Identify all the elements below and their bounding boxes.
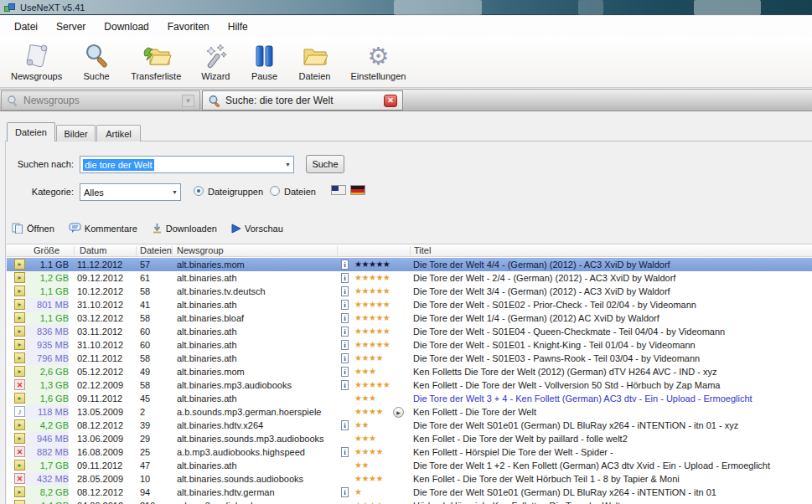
- title-cell: Die Tore der Welt 3/4 - (German) (2012) …: [413, 285, 810, 298]
- table-row[interactable]: ▸1,1 GB03.12.201258alt.binaries.bloafi★★…: [7, 311, 812, 325]
- table-row[interactable]: ▸2,6 GB05.12.201249alt.binaries.momi★★★K…: [7, 365, 812, 378]
- info-icon[interactable]: i: [341, 286, 349, 296]
- title-cell: Die Tore der Welt S01e01 (German) DL Blu…: [413, 419, 810, 432]
- toolbar-dateien-button[interactable]: Dateien: [292, 40, 336, 82]
- content-tab-artikel[interactable]: Artikel: [96, 125, 141, 141]
- table-row[interactable]: ✕432 MB28.05.200910alt.binaries.sounds.a…: [7, 472, 812, 486]
- table-row[interactable]: ▸946 MB13.06.200929alt.binaries.sounds.m…: [7, 432, 812, 445]
- title-cell: Ken Follett - Die Tore der Welt - Vollve…: [413, 378, 810, 392]
- title-cell: Die Tore der Welt 1/4 - (German) (2012) …: [413, 311, 810, 325]
- table-row[interactable]: ▸1,2 GB09.12.201261alt.binaries.athi★★★★…: [7, 271, 812, 285]
- toolbar-einstellungen-button[interactable]: ⚙ Einstellungen: [344, 40, 411, 82]
- info-icon[interactable]: i: [341, 260, 349, 270]
- table-row[interactable]: ▸836 MB03.11.201260alt.binaries.athi★★★★…: [7, 325, 812, 338]
- preview-button[interactable]: Vorschau: [231, 224, 283, 234]
- info-icon[interactable]: i: [341, 367, 349, 377]
- chevron-down-icon[interactable]: ▼: [285, 162, 291, 167]
- table-row[interactable]: ▸8,2 GB08.12.201294alt.binaries.hdtv.ger…: [7, 486, 812, 499]
- content-tab-bilder[interactable]: Bilder: [56, 125, 96, 141]
- column-header-datum[interactable]: Datum: [80, 245, 106, 255]
- info-icon[interactable]: i: [341, 353, 349, 363]
- radio-dateien[interactable]: [270, 186, 280, 196]
- size-cell: 4,2 GB: [25, 419, 69, 432]
- glass-reflection: [578, 0, 603, 15]
- filegroup-icon: ▸: [14, 299, 25, 310]
- menu-server[interactable]: Server: [47, 18, 95, 36]
- files-cell: 58: [140, 285, 173, 298]
- info-icon[interactable]: i: [341, 487, 349, 497]
- files-cell: 45: [140, 392, 173, 405]
- info-icon[interactable]: i: [341, 300, 349, 310]
- newsgroup-cell: alt.binaries.hdtv.x264: [177, 419, 338, 432]
- column-header-titel[interactable]: Titel: [414, 245, 431, 255]
- info-icon[interactable]: i: [341, 313, 349, 323]
- info-icon[interactable]: i: [341, 447, 349, 457]
- table-row[interactable]: ✕882 MB16.08.200925a.b.mp3.audiobooks.hi…: [7, 445, 812, 459]
- open-button[interactable]: Öffnen: [12, 223, 54, 234]
- rating-stars: ★★★★★: [354, 298, 398, 311]
- column-header-newsgroup[interactable]: Newsgroup: [177, 245, 224, 255]
- us-flag-icon[interactable]: [331, 185, 346, 195]
- filegroup-icon: ▸: [14, 326, 25, 337]
- content-tab-dateien[interactable]: Dateien: [7, 122, 55, 141]
- close-icon[interactable]: ✕: [384, 95, 397, 107]
- table-row[interactable]: ▸801 MB31.10.201241alt.binaries.athi★★★★…: [7, 298, 812, 311]
- toolbar-pause-button[interactable]: Pause: [244, 40, 284, 82]
- table-row[interactable]: ▸4,4 GB04.09.2012219a.b.mp3.audiobooks★★…: [7, 499, 812, 504]
- menu-datei[interactable]: Datei: [5, 18, 47, 36]
- info-icon[interactable]: i: [341, 420, 349, 430]
- filegroup-icon: ▸: [14, 460, 25, 471]
- tab-suche[interactable]: Suche: die tore der Welt ✕: [202, 90, 403, 111]
- category-select[interactable]: Alles ▼: [80, 183, 181, 201]
- toolbar-transferliste-button[interactable]: Transferliste: [125, 40, 187, 82]
- menu-download[interactable]: Download: [95, 18, 158, 36]
- toolbar-wizard-button[interactable]: Wizard: [195, 40, 235, 82]
- table-row[interactable]: ▸1,1 GB10.12.201258alt.binaries.tv.deuts…: [7, 285, 812, 298]
- table-row[interactable]: ▸796 MB02.11.201258alt.binaries.athi★★★★…: [7, 352, 812, 365]
- table-row[interactable]: ♪118 MB13.05.20092a.b.sounds.mp3.german.…: [7, 405, 812, 419]
- panel-border: [5, 141, 6, 504]
- filegroup-icon: ▸: [14, 433, 25, 444]
- toolbar-label: Transferliste: [131, 71, 181, 81]
- info-icon[interactable]: i: [341, 380, 349, 390]
- table-row[interactable]: ▸935 MB31.10.201260alt.binaries.athi★★★★…: [7, 338, 812, 352]
- radio-dateigruppen[interactable]: [194, 186, 204, 196]
- column-header-groesse[interactable]: Größe: [34, 245, 59, 255]
- chevron-down-icon[interactable]: ▼: [172, 189, 178, 195]
- size-cell: 1,3 GB: [25, 378, 69, 392]
- play-icon[interactable]: ▶: [393, 407, 404, 418]
- menu-bar: Datei Server Download Favoriten Hilfe: [0, 16, 812, 38]
- toolbar-newsgroups-button[interactable]: Newsgroups: [5, 40, 68, 82]
- category-select-value: Alles: [84, 188, 104, 198]
- table-row[interactable]: ✕1,3 GB02.12.200958alt.binaries.mp3.audi…: [7, 378, 812, 392]
- download-icon: [152, 223, 163, 234]
- table-row[interactable]: ▸1,6 GB09.11.201245alt.binaries.ath★★★Di…: [7, 392, 812, 405]
- size-cell: 432 MB: [25, 472, 69, 486]
- window-title: UseNeXT v5.41: [20, 3, 85, 13]
- german-flag-icon[interactable]: [350, 185, 365, 195]
- download-button[interactable]: Downloaden: [152, 223, 217, 234]
- menu-favoriten[interactable]: Favoriten: [158, 18, 219, 36]
- date-cell: 28.05.2009: [77, 472, 137, 486]
- comments-button[interactable]: Kommentare: [69, 223, 137, 234]
- filegroup-icon: ▸: [14, 352, 25, 363]
- chevron-down-icon[interactable]: ▼: [182, 95, 194, 107]
- info-icon[interactable]: i: [341, 273, 349, 283]
- tab-newsgroups[interactable]: Newsgroups ▼: [1, 90, 200, 111]
- search-input[interactable]: die tore der Welt ▼: [80, 156, 294, 173]
- magnifier-icon: [82, 41, 111, 71]
- title-cell: Die Tore der Welt - S01E03 - Pawns-Rook …: [413, 352, 810, 365]
- title-cell: Hörbuch Hörspiel - Ken Folletts - Die To…: [413, 499, 810, 504]
- search-button[interactable]: Suche: [306, 155, 344, 173]
- menu-hilfe[interactable]: Hilfe: [219, 18, 257, 36]
- info-icon[interactable]: i: [341, 327, 349, 337]
- toolbar-suche-button[interactable]: Suche: [76, 40, 116, 82]
- table-row[interactable]: ▸4,2 GB08.12.201239alt.binaries.hdtv.x26…: [7, 419, 812, 432]
- rating-stars: ★★★★★: [354, 325, 398, 338]
- deleted-icon: ✕: [14, 473, 25, 484]
- table-row[interactable]: ▸1.1 GB11.12.201257alt.binaries.momi★★★★…: [7, 258, 812, 271]
- newsgroup-cell: alt.binaries.ath: [177, 338, 338, 352]
- table-row[interactable]: ▸1,7 GB09.11.201247alt.binaries.ath★★Die…: [7, 459, 812, 472]
- info-icon[interactable]: i: [341, 340, 349, 350]
- column-header-dateien[interactable]: Dateien: [140, 245, 172, 255]
